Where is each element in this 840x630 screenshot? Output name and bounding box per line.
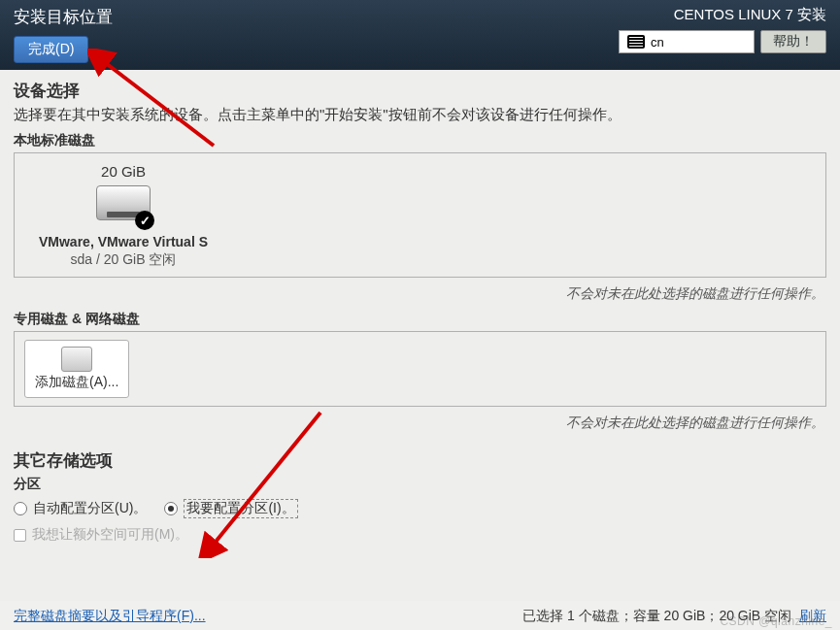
page-title: 安装目标位置	[14, 6, 113, 28]
device-selection-desc: 选择要在其中安装系统的设备。点击主菜单中的"开始安装"按钮前不会对该设备进行任何…	[14, 106, 826, 124]
add-disk-button[interactable]: 添加磁盘(A)...	[24, 340, 129, 398]
harddisk-icon	[96, 185, 151, 228]
auto-partition-label: 自动配置分区(U)。	[33, 500, 147, 517]
product-label: CENTOS LINUX 7 安装	[674, 6, 826, 24]
selection-status: 已选择 1 个磁盘；容量 20 GiB；20 GiB 空闲	[522, 608, 791, 623]
footer-bar: 完整磁盘摘要以及引导程序(F)... 已选择 1 个磁盘；容量 20 GiB；2…	[0, 601, 840, 630]
device-selection-title: 设备选择	[14, 80, 826, 102]
special-disks-panel: 添加磁盘(A)...	[14, 331, 826, 407]
keyboard-layout-label: cn	[651, 35, 664, 50]
other-storage-title: 其它存储选项	[14, 449, 826, 472]
radio-icon	[14, 502, 27, 515]
manual-partition-radio[interactable]: 我要配置分区(I)。	[164, 499, 297, 518]
disk-summary-link[interactable]: 完整磁盘摘要以及引导程序(F)...	[14, 608, 206, 625]
footer-status-group: 已选择 1 个磁盘；容量 20 GiB；20 GiB 空闲 刷新	[522, 608, 826, 625]
refresh-link[interactable]: 刷新	[799, 608, 826, 623]
extra-space-label: 我想让额外空间可用(M)。	[32, 526, 188, 544]
local-disks-label: 本地标准磁盘	[14, 132, 826, 149]
disk-size: 20 GiB	[26, 163, 220, 180]
keyboard-indicator[interactable]: cn	[619, 30, 755, 53]
extra-space-checkbox[interactable]: 我想让额外空间可用(M)。	[14, 526, 826, 544]
radio-icon	[164, 502, 178, 515]
partition-label: 分区	[14, 476, 826, 493]
help-button[interactable]: 帮助！	[760, 30, 826, 53]
add-disk-label: 添加磁盘(A)...	[35, 374, 118, 391]
local-disks-panel: 20 GiB VMware, VMware Virtual S sda / 20…	[14, 152, 826, 278]
auto-partition-radio[interactable]: 自动配置分区(U)。	[14, 500, 147, 517]
local-disks-note: 不会对未在此处选择的磁盘进行任何操作。	[14, 280, 826, 311]
keyboard-icon	[627, 35, 645, 49]
done-button[interactable]: 完成(D)	[14, 36, 88, 63]
checkbox-icon	[14, 529, 26, 542]
special-disks-note: 不会对未在此处选择的磁盘进行任何操作。	[14, 409, 826, 440]
disk-name: VMware, VMware Virtual S	[26, 234, 220, 249]
special-disks-label: 专用磁盘 & 网络磁盘	[14, 311, 826, 328]
disk-info: sda / 20 GiB 空闲	[26, 251, 220, 269]
disk-item[interactable]: 20 GiB VMware, VMware Virtual S sda / 20…	[26, 163, 220, 269]
disk-selected-check-icon	[135, 211, 154, 230]
add-disk-icon	[61, 347, 92, 372]
manual-partition-label: 我要配置分区(I)。	[184, 499, 297, 518]
